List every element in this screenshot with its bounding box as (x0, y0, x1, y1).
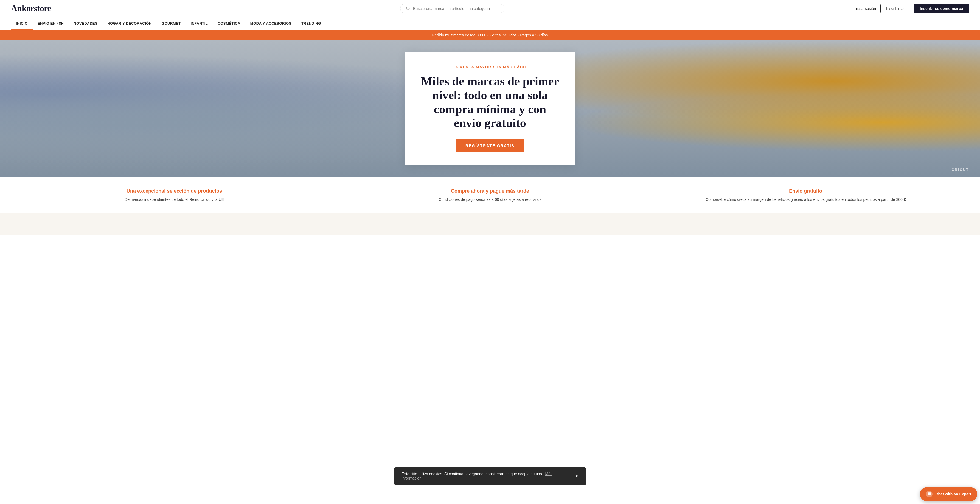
header-actions: Iniciar sesión Inscribirse Inscribirse c… (853, 3, 969, 13)
feature-shipping: Envío gratuito Compruebe cómo crece su m… (654, 188, 958, 202)
cta-button[interactable]: REGÍSTRATE GRATIS (455, 139, 525, 152)
promo-text: Pedido multimarca desde 300 € - Portes i… (432, 33, 548, 37)
register-button[interactable]: Inscribirse (880, 4, 910, 13)
hero-card: LA VENTA MAYORISTA MÁS FÁCIL Miles de ma… (405, 52, 575, 165)
feature-title-3: Envío gratuito (654, 188, 958, 194)
search-bar[interactable] (400, 4, 504, 13)
nav-item-hogar[interactable]: HOGAR Y DECORACIÓN (102, 17, 157, 30)
feature-title-1: Una excepcional selección de productos (22, 188, 326, 194)
brand-register-button[interactable]: Inscribirse como marca (914, 3, 969, 13)
nav-item-novedades[interactable]: NOVEDADES (68, 17, 102, 30)
bottom-section (0, 213, 980, 235)
nav-item-moda[interactable]: MODA Y ACCESORIOS (245, 17, 296, 30)
search-icon (406, 6, 410, 11)
main-nav: INICIO ENVÍO EN 48H NOVEDADES HOGAR Y DE… (0, 17, 980, 30)
svg-point-0 (406, 7, 409, 10)
nav-item-envio[interactable]: ENVÍO EN 48H (33, 17, 69, 30)
feature-title-2: Compre ahora y pague más tarde (337, 188, 642, 194)
logo: Ankorstore (11, 3, 51, 13)
nav-item-gourmet[interactable]: GOURMET (157, 17, 186, 30)
nav-item-cosmetica[interactable]: COSMÉTICA (213, 17, 245, 30)
nav-item-trending[interactable]: TRENDING (296, 17, 326, 30)
hero-subtitle: LA VENTA MAYORISTA MÁS FÁCIL (420, 65, 560, 69)
login-button[interactable]: Iniciar sesión (853, 6, 876, 11)
nav-item-infantil[interactable]: INFANTIL (186, 17, 213, 30)
promo-banner: Pedido multimarca desde 300 € - Portes i… (0, 30, 980, 40)
search-input[interactable] (413, 6, 499, 11)
svg-line-1 (409, 10, 410, 10)
feature-selection: Una excepcional selección de productos D… (22, 188, 326, 202)
features-section: Una excepcional selección de productos D… (0, 177, 980, 213)
feature-desc-3: Compruebe cómo crece su margen de benefi… (654, 197, 958, 202)
hero-section: LA VENTA MAYORISTA MÁS FÁCIL Miles de ma… (0, 40, 980, 177)
hero-title: Miles de marcas de primer nivel: todo en… (420, 75, 560, 130)
feature-payment: Compre ahora y pague más tarde Condicion… (337, 188, 642, 202)
feature-desc-2: Condiciones de pago sencillas a 60 días … (337, 197, 642, 202)
brand-label: CRICUT (952, 168, 969, 172)
feature-desc-1: De marcas independientes de todo el Rein… (22, 197, 326, 202)
nav-item-inicio[interactable]: INICIO (11, 17, 33, 30)
header: Ankorstore Iniciar sesión Inscribirse In… (0, 0, 980, 17)
